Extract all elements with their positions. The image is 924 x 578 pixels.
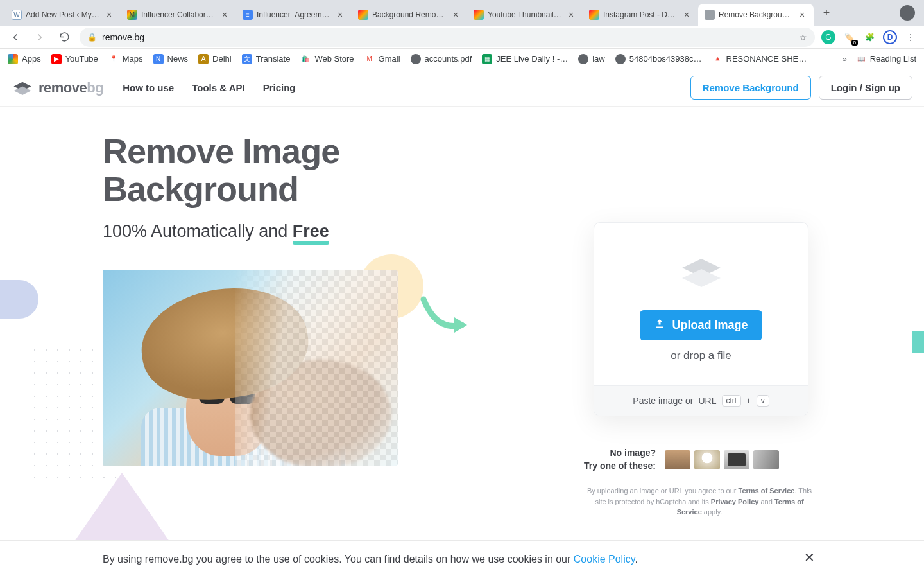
maps-icon: 📍 xyxy=(108,54,119,64)
upload-image-button[interactable]: Upload Image xyxy=(640,310,762,340)
bookmark-bos[interactable]: 54804bos43938c… xyxy=(615,54,702,64)
bookmark-gmail[interactable]: MGmail xyxy=(364,54,400,64)
close-icon[interactable]: × xyxy=(219,10,230,20)
legal-text: By uploading an image or URL you agree t… xyxy=(584,486,815,518)
chrome-menu-icon[interactable]: ⋮ xyxy=(903,30,918,44)
extensions-menu-icon[interactable]: 🧩 xyxy=(862,30,877,44)
favicon-canva xyxy=(474,10,484,20)
sample-thumbnail-1[interactable] xyxy=(665,450,690,469)
tab-docs[interactable]: ≡ Influencer_Agreemen… × xyxy=(236,4,352,26)
browser-tab-strip: W Add New Post ‹ MyS… × M Influencer Col… xyxy=(0,0,924,26)
legal-4: apply. xyxy=(702,508,723,516)
nav-how-to-use[interactable]: How to use xyxy=(123,82,174,93)
transparency-checker xyxy=(235,270,398,466)
sample-thumbnail-2[interactable] xyxy=(694,450,720,469)
extensions-area: G 🏷️0 🧩 D ⋮ xyxy=(821,30,918,44)
try-text: No image? Try one of these: xyxy=(584,447,656,472)
bookmark-maps[interactable]: 📍Maps xyxy=(108,54,143,64)
favicon-removebg xyxy=(705,10,715,20)
tab-canva-bg[interactable]: Background Remover… × xyxy=(352,4,467,26)
upload-footer: Paste image or URL ctrl + v xyxy=(594,385,808,416)
forward-button[interactable] xyxy=(31,28,49,46)
try-line2: Try one of these: xyxy=(584,460,656,471)
bookmark-accounts[interactable]: accounts.pdf xyxy=(411,54,472,64)
privacy-link[interactable]: Privacy Policy xyxy=(711,498,759,505)
logo-icon xyxy=(12,80,33,96)
decorative-blob xyxy=(0,280,38,319)
browser-toolbar: 🔒 remove.bg ☆ G 🏷️0 🧩 D ⋮ xyxy=(0,26,924,49)
close-icon[interactable]: × xyxy=(104,10,114,20)
tab-title: Influencer_Agreemen… xyxy=(257,10,331,19)
bookmark-youtube[interactable]: ▶YouTube xyxy=(51,54,98,64)
remove-background-button[interactable]: Remove Background xyxy=(690,76,811,100)
hero-demo-image xyxy=(103,270,398,466)
bookmark-star-icon[interactable]: ☆ xyxy=(799,32,807,42)
address-bar[interactable]: 🔒 remove.bg ☆ xyxy=(80,28,815,47)
sample-thumbnail-4[interactable] xyxy=(753,450,779,469)
close-icon[interactable]: × xyxy=(450,10,461,20)
favicon-docs: ≡ xyxy=(243,10,253,20)
bookmarks-overflow-icon[interactable]: » xyxy=(842,54,846,64)
sheets-icon: ▦ xyxy=(482,54,492,64)
bookmark-webstore[interactable]: 🛍️Web Store xyxy=(300,54,354,64)
close-icon[interactable]: × xyxy=(566,10,576,20)
upload-card: Upload Image or drop a file Paste image … xyxy=(594,222,809,416)
layers-icon xyxy=(613,255,789,293)
bookmark-translate[interactable]: 文Translate xyxy=(242,54,291,64)
bookmark-resonance[interactable]: 🔺RESONANCE SHE… xyxy=(712,54,807,64)
tab-canva-ig[interactable]: Instagram Post - Desi… × xyxy=(583,4,698,26)
upload-dropzone[interactable]: Upload Image or drop a file xyxy=(594,223,808,385)
tab-removebg[interactable]: Remove Background f… × xyxy=(698,4,814,26)
close-icon[interactable]: × xyxy=(681,10,692,20)
back-button[interactable] xyxy=(6,28,24,46)
paste-url-link[interactable]: URL xyxy=(698,396,716,406)
header-actions: Remove Background Login / Sign up xyxy=(690,76,912,100)
tab-wordpress[interactable]: W Add New Post ‹ MyS… × xyxy=(5,4,121,26)
bookmark-delhi[interactable]: ADelhi xyxy=(198,54,232,64)
hero-section: Remove Image Background 100% Automatical… xyxy=(0,107,924,518)
extension-icon[interactable]: 🏷️0 xyxy=(842,30,856,44)
tab-canva-yt[interactable]: Youtube Thumbnail - … × xyxy=(467,4,583,26)
legal-1: By uploading an image or URL you agree t… xyxy=(587,487,739,495)
logo-suffix: bg xyxy=(87,80,103,96)
arrow-icon xyxy=(417,293,475,344)
hero-title: Remove Image Background xyxy=(103,132,924,209)
kbd-plus: + xyxy=(746,396,751,406)
bookmark-label: Reading List xyxy=(870,54,916,64)
extension-icon-d[interactable]: D xyxy=(883,30,897,44)
tab-title: Youtube Thumbnail - … xyxy=(488,10,562,19)
sample-thumbnail-3[interactable] xyxy=(724,450,749,469)
close-icon[interactable]: × xyxy=(797,10,807,20)
favicon-wp: W xyxy=(12,10,22,20)
reload-button[interactable] xyxy=(55,28,73,46)
bookmark-label: law xyxy=(592,54,605,64)
profile-avatar[interactable] xyxy=(900,5,915,21)
bookmark-label: Maps xyxy=(123,54,143,64)
grammarly-icon[interactable]: G xyxy=(821,30,835,44)
bookmark-news[interactable]: NNews xyxy=(153,54,189,64)
apps-icon xyxy=(8,54,18,64)
reading-list-button[interactable]: 📖Reading List xyxy=(856,54,916,64)
cookie-policy-link[interactable]: Cookie Policy xyxy=(574,554,635,565)
pdf-icon xyxy=(615,54,626,64)
nav-tools-api[interactable]: Tools & API xyxy=(192,82,245,93)
url-text: remove.bg xyxy=(102,32,794,42)
new-tab-button[interactable]: + xyxy=(817,4,835,22)
logo[interactable]: removebg xyxy=(12,80,103,96)
login-signup-button[interactable]: Login / Sign up xyxy=(819,76,912,100)
try-samples-row: No image? Try one of these: xyxy=(584,447,815,472)
bookmark-jee[interactable]: ▦JEE Live Daily ! -… xyxy=(482,54,568,64)
logo-main: remove xyxy=(38,80,87,96)
tab-gmail[interactable]: M Influencer Collaborati… × xyxy=(121,4,236,26)
bookmark-label: Delhi xyxy=(212,54,232,64)
tab-title: Background Remover… xyxy=(372,10,447,19)
favicon-gmail: M xyxy=(127,10,137,20)
reading-list-icon: 📖 xyxy=(856,54,866,64)
bookmark-law[interactable]: law xyxy=(578,54,605,64)
bookmark-apps[interactable]: Apps xyxy=(8,54,41,64)
nav-pricing[interactable]: Pricing xyxy=(263,82,296,93)
tab-title: Influencer Collaborati… xyxy=(141,10,216,19)
tos-link[interactable]: Terms of Service xyxy=(739,487,795,495)
close-icon[interactable]: ✕ xyxy=(804,550,815,565)
close-icon[interactable]: × xyxy=(335,10,345,20)
